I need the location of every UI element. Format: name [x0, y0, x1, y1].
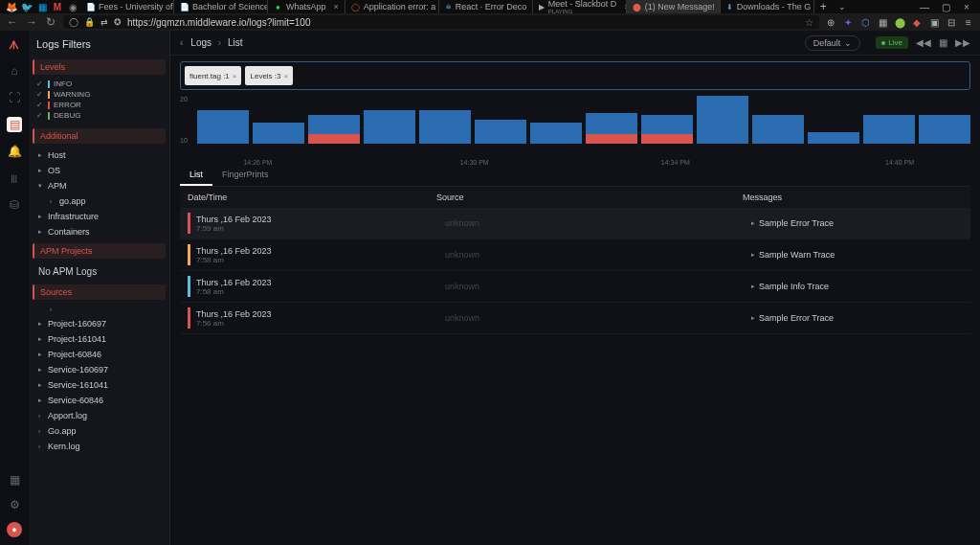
td-message[interactable]: ▸Sample Info Trace — [751, 282, 829, 291]
bar-group[interactable] — [308, 115, 360, 144]
tree-empty[interactable]: › — [33, 304, 166, 316]
ext6-icon[interactable]: ◆ — [911, 16, 923, 28]
bar-group[interactable] — [419, 110, 471, 144]
bar-group[interactable] — [919, 115, 970, 144]
source-item[interactable]: ›Kern.log — [33, 439, 166, 454]
expand-icon[interactable]: ▸ — [751, 283, 755, 290]
db-icon[interactable]: ⛁ — [7, 197, 22, 213]
url-field[interactable]: ◯ 🔒 ⇄ ✪ https://gqmzn.middleware.io/logs… — [63, 15, 819, 29]
level-item-info[interactable]: ✓INFO — [36, 79, 162, 89]
source-item[interactable]: ▸Project-60846 — [33, 347, 166, 362]
source-item[interactable]: ▸Service-160697 — [33, 362, 166, 377]
bar-group[interactable] — [863, 115, 915, 144]
nodes-icon[interactable]: ⛶ — [7, 90, 22, 105]
tree-item-host[interactable]: ▸Host — [33, 148, 166, 163]
tab-overflow-icon[interactable]: ⌄ — [833, 2, 852, 11]
back-icon[interactable]: ‹ — [180, 37, 183, 48]
level-item-debug[interactable]: ✓DEBUG — [36, 110, 162, 121]
calendar-icon[interactable]: ▦ — [939, 37, 947, 48]
source-item[interactable]: ▸Project-161041 — [33, 331, 166, 347]
section-levels[interactable]: Levels — [33, 59, 166, 75]
home-icon[interactable]: ⌂ — [7, 63, 22, 79]
default-dropdown[interactable]: Default⌄ — [805, 35, 861, 51]
bar-group[interactable] — [253, 123, 304, 145]
perms-icon[interactable]: ⇄ — [100, 17, 108, 27]
source-item[interactable]: ▸Service-161041 — [33, 377, 166, 393]
close-icon[interactable]: × — [959, 2, 974, 12]
td-message[interactable]: ▸Sample Warn Trace — [751, 250, 835, 260]
browser-tab[interactable]: ◯Application error: a× — [345, 0, 439, 13]
menu-icon[interactable]: ≡ — [963, 16, 974, 28]
tree-item-apm[interactable]: ▾APM — [33, 178, 166, 193]
bar-group[interactable] — [530, 123, 582, 145]
th-messages[interactable]: Messages — [743, 193, 782, 202]
th-date[interactable]: Date/Time — [188, 193, 436, 202]
tree-item-containers[interactable]: ▸Containers — [33, 224, 166, 239]
browser-tab[interactable]: 📄Fees - University of× — [80, 0, 174, 13]
browser-tab[interactable]: ⚛React · Error Deco× — [439, 0, 533, 13]
section-apm-projects[interactable]: APM Projects — [33, 243, 166, 259]
minimize-icon[interactable]: — — [917, 2, 932, 12]
crumb-logs[interactable]: Logs — [190, 37, 212, 48]
tab-fingerprints[interactable]: FingerPrints — [212, 165, 278, 186]
nav-fwd-icon[interactable]: → — [25, 15, 38, 29]
tree-item-os[interactable]: ▸OS — [33, 163, 166, 178]
live-badge[interactable]: Live — [876, 36, 908, 49]
table-row[interactable]: Thurs ,16 Feb 20237:58 amunknown▸Sample … — [180, 271, 970, 303]
gmail-icon[interactable]: M — [51, 0, 64, 13]
grid-icon[interactable]: ▦ — [7, 472, 22, 488]
source-item[interactable]: ▸Project-160697 — [33, 316, 166, 331]
firefox-icon[interactable]: 🦊 — [5, 0, 18, 13]
browser-tab-active[interactable]: ⬤(1) New Message!× — [627, 0, 721, 13]
ext3-icon[interactable]: ⬡ — [859, 16, 871, 28]
table-row[interactable]: Thurs ,16 Feb 20237:58 amunknown▸Sample … — [180, 239, 970, 271]
bar-group[interactable] — [641, 115, 693, 144]
library-icon[interactable]: ⊟ — [946, 16, 957, 28]
bell-icon[interactable]: 🔔 — [7, 144, 22, 159]
expand-icon[interactable]: ▸ — [751, 251, 755, 259]
th-source[interactable]: Source — [436, 193, 743, 202]
source-item[interactable]: ▸Service-60846 — [33, 393, 166, 408]
bar-group[interactable] — [752, 115, 804, 144]
expand-icon[interactable]: ▸ — [751, 219, 755, 227]
bar-group[interactable] — [586, 113, 637, 145]
chip-remove-icon[interactable]: × — [284, 72, 289, 80]
browser-tab[interactable]: ●WhatsApp× — [268, 0, 345, 13]
twitter-icon[interactable]: 🐦 — [20, 0, 33, 13]
section-additional[interactable]: Additional — [33, 128, 166, 144]
section-sources[interactable]: Sources — [33, 284, 166, 300]
bar-group[interactable] — [808, 132, 859, 145]
source-item[interactable]: ›Apport.log — [33, 408, 166, 423]
browser-tab[interactable]: ⬇Downloads - The G× — [721, 0, 814, 13]
gear-icon[interactable]: ⚙ — [7, 497, 22, 512]
table-row[interactable]: Thurs ,16 Feb 20237:56 amunknown▸Sample … — [180, 303, 970, 334]
forward-icon[interactable]: ▶▶ — [955, 37, 970, 48]
filter-input[interactable]: fluent.tag :1× Levels :3× — [180, 61, 970, 90]
source-item[interactable]: ›Go.app — [33, 423, 166, 439]
ext2-icon[interactable]: ✦ — [842, 16, 854, 28]
close-tab-icon[interactable]: × — [334, 2, 339, 11]
rewind-icon[interactable]: ◀◀ — [916, 37, 931, 48]
ext7-icon[interactable]: ▣ — [928, 16, 940, 28]
logo-icon[interactable]: ⩚ — [9, 38, 20, 52]
avatar[interactable]: ● — [7, 522, 22, 537]
ext-icon[interactable]: ✪ — [114, 17, 122, 27]
nav-back-icon[interactable]: ← — [6, 15, 19, 29]
ext5-icon[interactable]: ⬤ — [894, 16, 905, 28]
bar-group[interactable] — [475, 120, 526, 144]
filter-chip[interactable]: Levels :3× — [245, 66, 293, 85]
app-icon[interactable]: ◉ — [66, 0, 79, 13]
level-item-warning[interactable]: ✓WARNING — [36, 89, 162, 100]
nav-reload-icon[interactable]: ↻ — [44, 15, 57, 29]
bookmark-icon[interactable]: ☆ — [805, 17, 813, 28]
chart-icon[interactable]: ⫼ — [7, 170, 22, 186]
td-message[interactable]: ▸Sample Error Trace — [751, 313, 834, 323]
maximize-icon[interactable]: ▢ — [938, 2, 953, 12]
ms-icon[interactable]: ▦ — [35, 0, 49, 13]
expand-icon[interactable]: ▸ — [751, 314, 755, 322]
logs-icon[interactable]: ▤ — [7, 117, 22, 132]
tree-item-infra[interactable]: ▸Infrastructure — [33, 209, 166, 224]
filter-chip[interactable]: fluent.tag :1× — [185, 66, 241, 85]
ext4-icon[interactable]: ▦ — [877, 16, 888, 28]
td-message[interactable]: ▸Sample Error Trace — [751, 218, 834, 228]
